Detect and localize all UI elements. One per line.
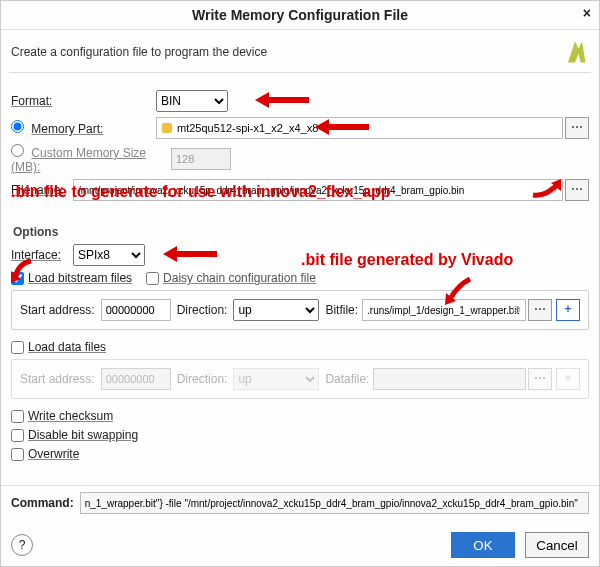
format-select[interactable]: BIN	[156, 90, 228, 112]
data-start-addr-label: Start address:	[20, 372, 95, 386]
interface-row: Interface: SPIx8	[11, 244, 589, 266]
custom-mem-field	[171, 148, 231, 170]
options-heading: Options	[13, 225, 589, 239]
filename-row: Filename: ⊘ ⋯	[11, 179, 589, 201]
start-addr-label: Start address:	[20, 303, 95, 317]
ok-button[interactable]: OK	[451, 532, 515, 558]
memory-part-radio[interactable]	[11, 120, 24, 133]
bitfile-label: Bitfile:	[325, 303, 358, 317]
disable-bitswap-checkbox[interactable]	[11, 429, 24, 442]
annotation-arrow-icon	[251, 88, 311, 114]
load-bitstream-label: Load bitstream files	[28, 271, 132, 285]
memory-part-radio-wrap: Memory Part:	[11, 120, 156, 136]
datafile-browse-button: ⋯	[528, 368, 552, 390]
custom-mem-row: Custom Memory Size (MB):	[11, 144, 589, 174]
clear-icon[interactable]: ⊘	[512, 303, 521, 316]
filename-label: Filename:	[11, 183, 73, 197]
command-field[interactable]	[80, 492, 589, 514]
bitfile-field[interactable]	[362, 299, 526, 321]
bitstream-panel: Start address: Direction: up Bitfile: ⊘ …	[11, 290, 589, 330]
chip-icon	[162, 123, 172, 133]
format-label: Format:	[11, 94, 156, 108]
button-row: OK Cancel	[451, 532, 589, 558]
help-button[interactable]: ?	[11, 534, 33, 556]
data-direction-label: Direction:	[177, 372, 228, 386]
overwrite-label: Overwrite	[28, 447, 79, 461]
overwrite-row: Overwrite	[11, 447, 589, 461]
custom-mem-radio[interactable]	[11, 144, 24, 157]
main-form: Format: BIN Memory Part: ⋯	[1, 81, 599, 470]
daisy-chain-label: Daisy chain configuration file	[163, 271, 316, 285]
interface-label: Interface:	[11, 248, 73, 262]
datafile-add-button: +	[556, 368, 580, 390]
memory-part-browse-button[interactable]: ⋯	[565, 117, 589, 139]
disable-bitswap-row: Disable bit swapping	[11, 428, 589, 442]
direction-select[interactable]: up	[233, 299, 319, 321]
write-checksum-row: Write checksum	[11, 409, 589, 423]
clear-icon[interactable]: ⊘	[548, 183, 557, 196]
datafile-label: Datafile:	[325, 372, 369, 386]
data-start-addr-field	[101, 368, 171, 390]
filename-field[interactable]	[73, 179, 563, 201]
custom-mem-label: Custom Memory Size (MB):	[11, 146, 146, 174]
overwrite-checkbox[interactable]	[11, 448, 24, 461]
vivado-logo-icon	[561, 38, 589, 66]
datafile-field	[373, 368, 526, 390]
filename-browse-button[interactable]: ⋯	[565, 179, 589, 201]
load-bitstream-row: Load bitstream files Daisy chain configu…	[11, 271, 589, 285]
daisy-chain-checkbox[interactable]	[146, 272, 159, 285]
load-data-label: Load data files	[28, 340, 106, 354]
load-data-checkbox[interactable]	[11, 341, 24, 354]
cancel-button[interactable]: Cancel	[525, 532, 589, 558]
command-label: Command:	[11, 496, 74, 510]
divider	[9, 72, 591, 73]
memory-part-field[interactable]	[156, 117, 563, 139]
memory-part-label: Memory Part:	[31, 122, 103, 136]
data-panel: Start address: Direction: up Datafile: ⋯…	[11, 359, 589, 399]
description-row: Create a configuration file to program t…	[1, 30, 599, 72]
bitfile-add-button[interactable]: +	[556, 299, 580, 321]
command-row: Command:	[1, 485, 599, 520]
memory-part-row: Memory Part: ⋯	[11, 117, 589, 139]
interface-select[interactable]: SPIx8	[73, 244, 145, 266]
description-text: Create a configuration file to program t…	[11, 45, 267, 59]
load-data-row: Load data files	[11, 340, 589, 354]
data-detail-row: Start address: Direction: up Datafile: ⋯…	[20, 368, 580, 390]
format-row: Format: BIN	[11, 90, 589, 112]
bitstream-detail-row: Start address: Direction: up Bitfile: ⊘ …	[20, 299, 580, 321]
dialog: Write Memory Configuration File × Create…	[0, 0, 600, 567]
close-icon[interactable]: ×	[583, 5, 591, 21]
write-checksum-label: Write checksum	[28, 409, 113, 423]
dialog-title: Write Memory Configuration File	[192, 7, 408, 23]
disable-bitswap-label: Disable bit swapping	[28, 428, 138, 442]
load-bitstream-checkbox[interactable]	[11, 272, 24, 285]
write-checksum-checkbox[interactable]	[11, 410, 24, 423]
custom-mem-radio-wrap: Custom Memory Size (MB):	[11, 144, 171, 174]
direction-label: Direction:	[177, 303, 228, 317]
bitfile-browse-button[interactable]: ⋯	[528, 299, 552, 321]
annotation-arrow-icon	[159, 242, 219, 268]
start-addr-field[interactable]	[101, 299, 171, 321]
titlebar: Write Memory Configuration File ×	[1, 1, 599, 30]
data-direction-select: up	[233, 368, 319, 390]
